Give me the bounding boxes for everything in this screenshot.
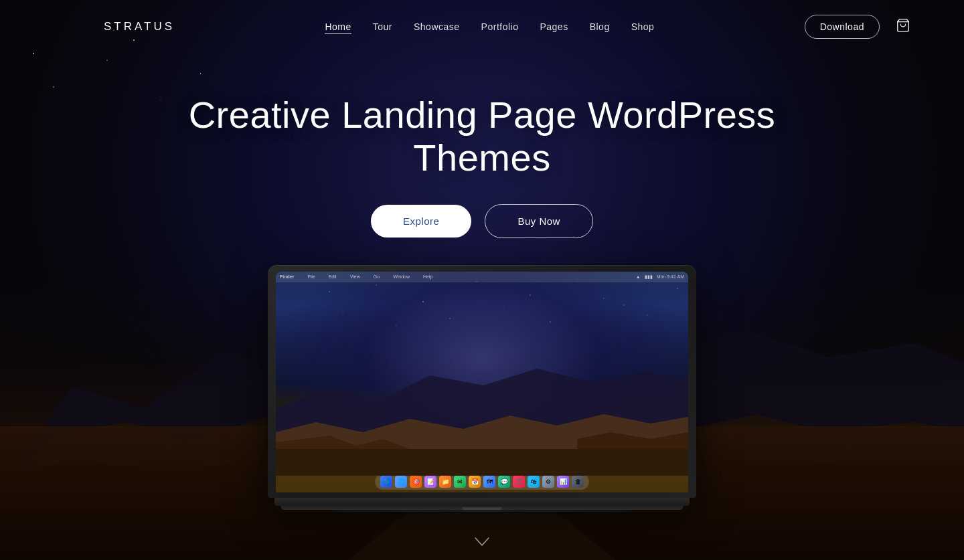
nav-link-blog[interactable]: Blog bbox=[590, 21, 610, 32]
menubar-edit: Edit bbox=[329, 274, 337, 279]
hero-title: Creative Landing Page WordPress Themes bbox=[181, 94, 783, 180]
navbar: STRATUS Home Tour Showcase Portfolio Pag… bbox=[0, 0, 964, 54]
menubar-help: Help bbox=[423, 274, 432, 279]
laptop-stand bbox=[332, 510, 632, 512]
menubar-battery: ▮▮▮ bbox=[645, 274, 653, 280]
laptop-screen: Finder File Edit View Go Window Help ▲ ▮… bbox=[276, 272, 688, 492]
star bbox=[53, 86, 54, 88]
nav-links: Home Tour Showcase Portfolio Pages Blog … bbox=[325, 21, 654, 33]
svg-point-7 bbox=[422, 301, 423, 302]
nav-link-pages[interactable]: Pages bbox=[540, 21, 568, 32]
nav-item-showcase[interactable]: Showcase bbox=[414, 21, 460, 33]
star bbox=[200, 73, 201, 74]
nav-item-blog[interactable]: Blog bbox=[590, 21, 610, 33]
laptop-base bbox=[280, 506, 684, 510]
svg-point-13 bbox=[343, 311, 343, 312]
svg-point-6 bbox=[376, 284, 377, 285]
explore-button[interactable]: Explore bbox=[371, 205, 471, 238]
svg-rect-24 bbox=[276, 449, 688, 476]
nav-item-pages[interactable]: Pages bbox=[540, 21, 568, 33]
hero-content: Creative Landing Page WordPress Themes E… bbox=[181, 94, 783, 238]
svg-point-18 bbox=[603, 298, 604, 298]
svg-point-17 bbox=[550, 321, 551, 322]
chevron-down-icon bbox=[475, 537, 489, 547]
cart-icon[interactable] bbox=[896, 18, 910, 36]
nav-item-portfolio[interactable]: Portfolio bbox=[481, 21, 519, 33]
brand-logo: STRATUS bbox=[104, 20, 175, 33]
menubar-time: Mon 9:41 AM bbox=[657, 274, 684, 280]
screen-menubar: Finder File Edit View Go Window Help ▲ ▮… bbox=[276, 272, 688, 282]
hero-section: STRATUS Home Tour Showcase Portfolio Pag… bbox=[0, 0, 964, 560]
laptop-bezel: Finder File Edit View Go Window Help ▲ ▮… bbox=[276, 272, 688, 492]
nav-link-tour[interactable]: Tour bbox=[373, 21, 392, 32]
svg-point-15 bbox=[449, 318, 450, 318]
svg-point-5 bbox=[329, 291, 329, 292]
star bbox=[106, 60, 107, 60]
menubar-window: Window bbox=[393, 274, 410, 279]
laptop-mockup: Finder File Edit View Go Window Help ▲ ▮… bbox=[268, 265, 696, 512]
buynow-button[interactable]: Buy Now bbox=[485, 204, 593, 238]
laptop-outer: Finder File Edit View Go Window Help ▲ ▮… bbox=[268, 265, 696, 498]
screen-mountain-scene bbox=[276, 329, 688, 476]
nav-link-shop[interactable]: Shop bbox=[631, 21, 655, 32]
nav-item-shop[interactable]: Shop bbox=[631, 21, 655, 33]
download-button[interactable]: Download bbox=[805, 15, 880, 39]
menubar-file: File bbox=[307, 274, 315, 279]
nav-link-showcase[interactable]: Showcase bbox=[414, 21, 460, 32]
menubar-wifi: ▲ bbox=[636, 274, 641, 280]
nav-item-home[interactable]: Home bbox=[325, 21, 351, 33]
menubar-view: View bbox=[350, 274, 360, 279]
menubar-right: ▲ ▮▮▮ Mon 9:41 AM bbox=[636, 274, 684, 280]
svg-point-19 bbox=[647, 314, 648, 315]
laptop: Finder File Edit View Go Window Help ▲ ▮… bbox=[268, 265, 696, 512]
menubar-go: Go bbox=[374, 274, 380, 279]
scroll-indicator[interactable] bbox=[475, 537, 489, 547]
star bbox=[160, 100, 161, 100]
laptop-bottom-edge bbox=[274, 498, 690, 506]
svg-point-9 bbox=[530, 294, 530, 295]
svg-point-12 bbox=[677, 288, 678, 288]
svg-point-16 bbox=[503, 308, 504, 308]
nav-link-portfolio[interactable]: Portfolio bbox=[481, 21, 519, 32]
svg-point-11 bbox=[623, 304, 624, 305]
svg-point-14 bbox=[396, 324, 397, 325]
hero-buttons: Explore Buy Now bbox=[371, 204, 593, 238]
menubar-finder: Finder bbox=[280, 274, 294, 279]
nav-item-tour[interactable]: Tour bbox=[373, 21, 392, 33]
nav-right-section: Download bbox=[805, 15, 910, 39]
nav-link-home[interactable]: Home bbox=[325, 21, 351, 34]
